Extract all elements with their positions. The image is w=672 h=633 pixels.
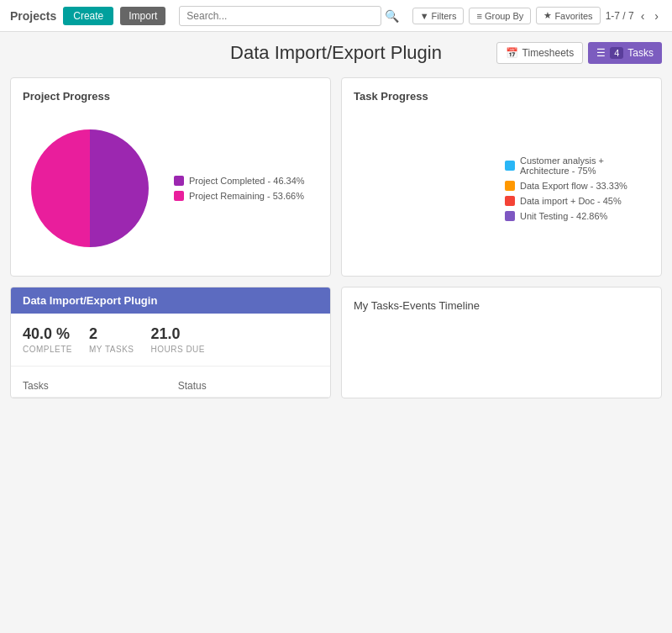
- stat-mytasks-value: 2: [89, 325, 134, 343]
- task-progress-card: Task Progress Customer analysis + Archit…: [341, 77, 662, 277]
- stat-complete-value: 40.0 %: [23, 325, 72, 343]
- legend-label-testing: Unit Testing - 42.86%: [520, 211, 607, 221]
- groupby-label: Group By: [485, 11, 523, 21]
- pagination-text: 1-7 / 7: [606, 10, 634, 22]
- filter-icon: ▼: [420, 11, 429, 21]
- page-actions: 📅 Timesheets ☰ 4 Tasks: [496, 42, 662, 64]
- legend-label-remaining: Project Remaining - 53.66%: [189, 191, 304, 201]
- nav-left: Projects Create Import: [10, 7, 165, 25]
- task-pie-chart: [354, 121, 488, 256]
- legend-item-remaining: Project Remaining - 53.66%: [174, 191, 305, 201]
- stat-mytasks-label: MY TASKS: [89, 345, 134, 354]
- search-input[interactable]: [179, 6, 381, 26]
- task-progress-title: Task Progress: [354, 90, 649, 103]
- top-nav: Projects Create Import 🔍 ▼ Filters ≡ Gro…: [0, 0, 672, 32]
- stat-complete-label: COMPLETE: [23, 345, 72, 354]
- status-col-header: Status: [166, 375, 330, 398]
- legend-item-customer: Customer analysis + Architecture - 75%: [505, 156, 649, 176]
- legend-label-export: Data Export flow - 33.33%: [520, 181, 627, 191]
- project-legend: Project Completed - 46.34% Project Remai…: [174, 176, 305, 201]
- legend-item-import: Data import + Doc - 45%: [505, 196, 649, 206]
- stat-hours: 21.0 HOURS DUE: [150, 325, 205, 354]
- import-button[interactable]: Import: [120, 7, 165, 25]
- calendar-icon: 📅: [506, 47, 518, 59]
- legend-dot-remaining: [174, 191, 184, 201]
- task-legend: Customer analysis + Architecture - 75% D…: [505, 156, 649, 221]
- legend-dot-testing: [505, 211, 515, 221]
- bottom-grid: Data Import/Export Plugin 40.0 % COMPLET…: [10, 287, 662, 398]
- pagination: 1-7 / 7 ‹ ›: [606, 8, 662, 24]
- stat-mytasks: 2 MY TASKS: [89, 325, 134, 354]
- legend-item-completed: Project Completed - 46.34%: [174, 176, 305, 186]
- project-chart-area: Project Completed - 46.34% Project Remai…: [23, 113, 318, 264]
- legend-dot-customer: [505, 161, 515, 171]
- legend-dot-completed: [174, 176, 184, 186]
- legend-label-completed: Project Completed - 46.34%: [189, 176, 305, 186]
- nav-right: ▼ Filters ≡ Group By ★ Favorites 1-7 / 7…: [412, 7, 662, 24]
- legend-dot-export: [505, 181, 515, 191]
- search-icon-button[interactable]: 🔍: [385, 9, 399, 23]
- tasks-count-badge: 4: [610, 47, 623, 59]
- favorites-button[interactable]: ★ Favorites: [536, 7, 600, 24]
- tasks-label: Tasks: [627, 47, 654, 59]
- project-progress-title: Project Progress: [23, 90, 318, 103]
- stat-hours-value: 21.0: [150, 325, 205, 343]
- legend-label-customer: Customer analysis + Architecture - 75%: [520, 156, 649, 176]
- legend-dot-import: [505, 196, 515, 206]
- page-header: Data Import/Export Plugin 📅 Timesheets ☰…: [10, 42, 662, 64]
- groupby-icon: ≡: [476, 11, 481, 21]
- dashboard-grid: Project Progress Project Compl: [10, 77, 662, 277]
- legend-item-testing: Unit Testing - 42.86%: [505, 211, 649, 221]
- app-title: Projects: [10, 9, 56, 23]
- prev-page-button[interactable]: ‹: [638, 8, 648, 24]
- next-page-button[interactable]: ›: [651, 8, 662, 24]
- timesheets-label: Timesheets: [522, 47, 575, 59]
- tasks-table: Tasks Status: [11, 375, 330, 398]
- project-pie-chart: [23, 121, 157, 256]
- filters-label: Filters: [432, 11, 457, 21]
- legend-item-export: Data Export flow - 33.33%: [505, 181, 649, 191]
- create-button[interactable]: Create: [63, 7, 113, 25]
- favorites-label: Favorites: [554, 11, 592, 21]
- search-area: 🔍: [179, 6, 398, 26]
- page-title: Data Import/Export Plugin: [230, 42, 442, 64]
- tasks-button[interactable]: ☰ 4 Tasks: [588, 42, 662, 64]
- tasks-col-header: Tasks: [11, 375, 166, 398]
- project-progress-card: Project Progress Project Compl: [10, 77, 331, 277]
- task-chart-area: Customer analysis + Architecture - 75% D…: [354, 113, 649, 264]
- project-card-header: Data Import/Export Plugin: [11, 287, 330, 314]
- tasks-icon: ☰: [596, 47, 606, 59]
- timeline-card: My Tasks-Events Timeline: [341, 287, 662, 398]
- timesheets-button[interactable]: 📅 Timesheets: [496, 42, 584, 64]
- legend-label-import: Data import + Doc - 45%: [520, 196, 622, 206]
- filters-button[interactable]: ▼ Filters: [412, 8, 465, 24]
- stat-hours-label: HOURS DUE: [150, 345, 205, 354]
- project-details-card: Data Import/Export Plugin 40.0 % COMPLET…: [10, 287, 331, 398]
- star-icon: ★: [543, 10, 552, 21]
- project-stats: 40.0 % COMPLETE 2 MY TASKS 21.0 HOURS DU…: [11, 314, 330, 367]
- main-content: Data Import/Export Plugin 📅 Timesheets ☰…: [0, 32, 672, 409]
- groupby-button[interactable]: ≡ Group By: [469, 8, 531, 24]
- stat-complete: 40.0 % COMPLETE: [23, 325, 72, 354]
- timeline-title: My Tasks-Events Timeline: [354, 299, 649, 312]
